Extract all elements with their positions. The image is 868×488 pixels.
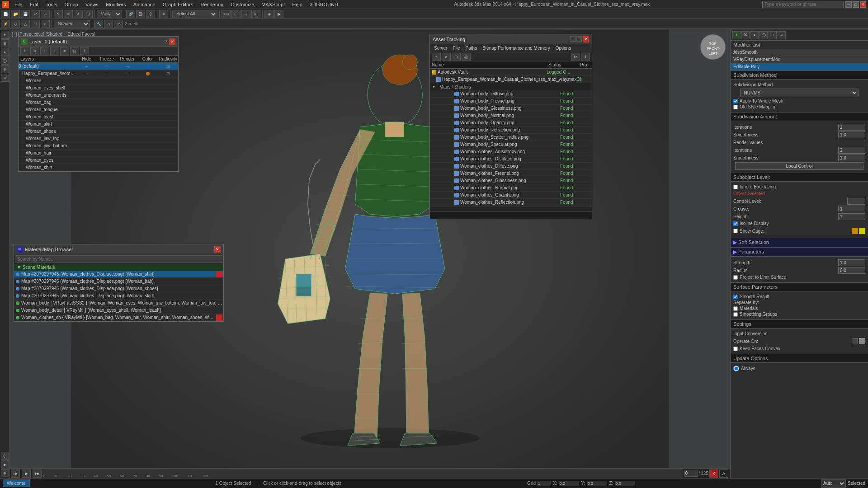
toolbar2-btn3[interactable]: △ xyxy=(21,20,30,28)
crease-spinner[interactable]: 1 xyxy=(838,206,865,212)
search-input[interactable] xyxy=(762,1,844,8)
operate-swatch-1[interactable] xyxy=(852,338,858,344)
asset-row-clothes-fresnel[interactable]: Woman_clothes_Fresnel.png Found xyxy=(430,170,592,177)
toolbar-scale[interactable]: ⊡ xyxy=(84,10,93,18)
toolbar-undo[interactable]: ↩ xyxy=(31,10,40,18)
toolbar2-percent-snap[interactable]: % xyxy=(114,20,123,28)
asset-refresh-btn[interactable]: ↻ xyxy=(571,53,580,61)
timeline-prev-btn[interactable]: ⏮ xyxy=(11,469,20,478)
timeline[interactable]: ⏮ ▶ ⏭ 0 10 20 30 40 50 60 70 80 90 100 1… xyxy=(10,468,730,478)
radius-spinner[interactable]: 0.0 xyxy=(838,267,865,274)
right-icon-create[interactable]: ✦ xyxy=(732,31,741,39)
section-settings[interactable]: Settings xyxy=(731,319,868,328)
toolbar2-snap[interactable]: 🔧 xyxy=(94,20,103,28)
always-radio[interactable] xyxy=(733,366,739,371)
toolbar-move[interactable]: ✥ xyxy=(64,10,73,18)
asset-menu-server[interactable]: Server xyxy=(432,45,449,51)
asset-row-diffuse[interactable]: Woman_body_Diffuse.png Found xyxy=(430,90,592,98)
shading-dropdown[interactable]: Shaded Wireframe Flat xyxy=(54,20,90,28)
asset-maximize-btn[interactable]: □ xyxy=(576,36,582,42)
asset-toggle-btn[interactable]: ⊡ xyxy=(452,53,461,61)
render-smooth-spinner[interactable]: 1.0 xyxy=(838,155,865,161)
layer-close-btn[interactable]: ✕ xyxy=(169,38,175,45)
sidebar-extra[interactable]: ⊕ xyxy=(1,469,9,477)
mat-row-1[interactable]: Map #2070297945 (Woman_clothes_Displace.… xyxy=(14,278,223,285)
old-style-mapping-checkbox[interactable] xyxy=(733,105,738,109)
menu-file[interactable]: File xyxy=(11,1,26,8)
materials-label[interactable]: Materials xyxy=(733,306,865,311)
asset-row-displace[interactable]: Woman_clothes_Displace.png Found xyxy=(430,155,592,163)
isline-display-checkbox[interactable] xyxy=(733,221,738,226)
layer-sort-btn[interactable]: ≡ xyxy=(60,47,69,55)
asset-add-btn[interactable]: + xyxy=(432,53,441,61)
timeline-track[interactable]: 0 10 20 30 40 50 60 70 80 90 100 110 125 xyxy=(42,469,683,478)
cage-color-1[interactable] xyxy=(852,228,858,234)
welcome-tab[interactable]: Welcome xyxy=(3,479,30,487)
layer-row-leash[interactable]: Woman_leash xyxy=(19,113,178,121)
asset-row-opacity[interactable]: Woman_body_Opacity.png Found xyxy=(430,119,592,127)
mat-row-6[interactable]: Woman_clothes_sh { VRayMtl } [Woman_bag,… xyxy=(14,314,223,321)
mat-row-2[interactable]: Map #2070297945 (Woman_clothes_Displace.… xyxy=(14,285,223,292)
apply-whole-mesh-checkbox[interactable] xyxy=(733,99,738,103)
layer-row-eyes-shell[interactable]: Woman_eyes_shell xyxy=(19,84,178,92)
asset-row-clothes-reflection[interactable]: Woman_clothes_Reflection.png Found xyxy=(430,199,592,206)
toolbar-select[interactable]: ↖ xyxy=(54,10,63,18)
show-cage-checkbox[interactable] xyxy=(733,229,738,233)
sidebar-modify[interactable]: ⌘ xyxy=(1,39,9,47)
iterations-spinner[interactable]: 1 xyxy=(838,124,865,131)
layer-row-tongue[interactable]: Woman_tongue xyxy=(19,106,178,113)
menu-group[interactable]: Group xyxy=(61,1,82,8)
reference-coord-dropdown[interactable]: View World Local xyxy=(97,10,122,18)
right-icon-utilities[interactable]: ≋ xyxy=(778,31,786,39)
auto-key-btn[interactable]: A xyxy=(719,469,728,478)
y-input[interactable] xyxy=(587,481,607,486)
layer-info-btn[interactable]: ℹ xyxy=(80,47,89,55)
asset-section-maps[interactable]: ▼ Maps / Shaders xyxy=(430,83,592,90)
toolbar2-btn1[interactable]: ⚡ xyxy=(1,20,10,28)
menu-views[interactable]: Views xyxy=(82,1,102,8)
smooth-result-label[interactable]: Smooth Result xyxy=(733,294,865,299)
layer-row-shoes[interactable]: Woman_shoes xyxy=(19,128,178,135)
smooth-result-checkbox[interactable] xyxy=(733,295,738,299)
layer-row-eyes[interactable]: Woman_eyes xyxy=(19,157,178,164)
asset-row-clothes-opacity[interactable]: Woman_clothes_Opacity.png Found xyxy=(430,192,592,199)
asset-row-maxfile[interactable]: Happy_European_Woman_in_Casual_Clothes_s… xyxy=(430,76,592,83)
material-close-btn[interactable]: ✕ xyxy=(214,246,221,253)
crease-input[interactable]: 1 xyxy=(838,206,865,212)
layer-add-btn[interactable]: + xyxy=(20,47,29,55)
section-smoothing-params[interactable]: ▶ Parameters xyxy=(731,247,868,257)
project-limit-checkbox[interactable] xyxy=(733,275,738,280)
material-section-header[interactable]: ▼ Scene Materials xyxy=(14,264,223,271)
toolbar2-angle-snap[interactable]: ⊿ xyxy=(104,20,113,28)
radius-input[interactable]: 0.0 xyxy=(838,267,865,274)
toolbar2-btn4[interactable]: □ xyxy=(31,20,40,28)
asset-row-scatter[interactable]: Woman_body_Scatter_radius.png Found xyxy=(430,134,592,141)
menu-help[interactable]: Help xyxy=(288,1,306,8)
operate-swatch-2[interactable] xyxy=(859,338,865,344)
asset-row-glossiness[interactable]: Woman_body_Glossiness.png Found xyxy=(430,105,592,112)
mat-row-3[interactable]: Map #2070297945 (Woman_clothes_Displace.… xyxy=(14,292,223,300)
modifier-editablepoly[interactable]: Editable Poly xyxy=(731,63,868,70)
close-button[interactable]: ✕ xyxy=(860,1,866,8)
grid-input[interactable] xyxy=(538,481,551,486)
toolbar-render-setup[interactable]: ◈ xyxy=(264,10,274,18)
layer-row-woman[interactable]: Woman xyxy=(19,77,178,84)
asset-row-refraction[interactable]: Woman_body_Refraction.png Found xyxy=(430,127,592,134)
strength-input[interactable]: 1.0 xyxy=(838,259,865,266)
menu-modifiers[interactable]: Modifiers xyxy=(102,1,130,8)
ignore-backfacing-checkbox[interactable] xyxy=(733,185,738,189)
maximize-button[interactable]: □ xyxy=(853,1,859,8)
show-cage-label[interactable]: Show Cage: xyxy=(733,229,764,234)
asset-row-specular[interactable]: Woman_body_Specular.png Found xyxy=(430,141,592,148)
layer-row-jaw-top[interactable]: Woman_jaw_top xyxy=(19,135,178,142)
toolbar-layer[interactable]: ≡ xyxy=(159,10,168,18)
asset-row-fresnel[interactable]: Woman_body_Fresnel.png Found xyxy=(430,98,592,105)
sidebar-create[interactable]: ✦ xyxy=(1,31,9,39)
cage-color-2[interactable] xyxy=(859,228,865,234)
height-spinner[interactable]: 1 xyxy=(838,213,865,220)
toolbar-unlink[interactable]: ⛓ xyxy=(136,10,145,18)
apply-whole-mesh-label[interactable]: Apply To Whole Mesh xyxy=(733,99,865,103)
smoothness-input[interactable]: 1.0 xyxy=(838,131,865,138)
asset-close-btn[interactable]: ✕ xyxy=(583,36,589,42)
viewport-mode-dropdown[interactable]: Auto Manual xyxy=(821,479,846,488)
